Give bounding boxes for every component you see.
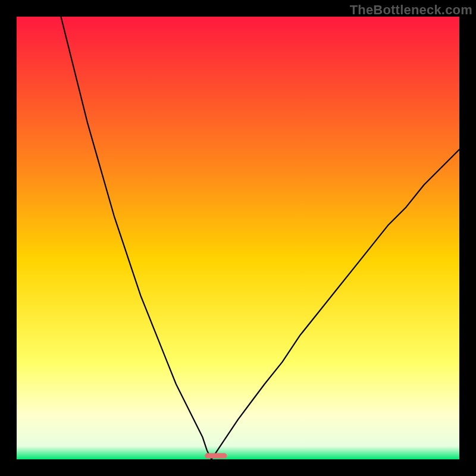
svg-rect-0 xyxy=(17,17,459,459)
outer-frame: TheBottleneck.com xyxy=(0,0,476,476)
credit-text: TheBottleneck.com xyxy=(350,2,472,18)
chart-area xyxy=(17,17,459,459)
svg-rect-1 xyxy=(205,453,227,459)
chart-svg xyxy=(17,17,459,459)
